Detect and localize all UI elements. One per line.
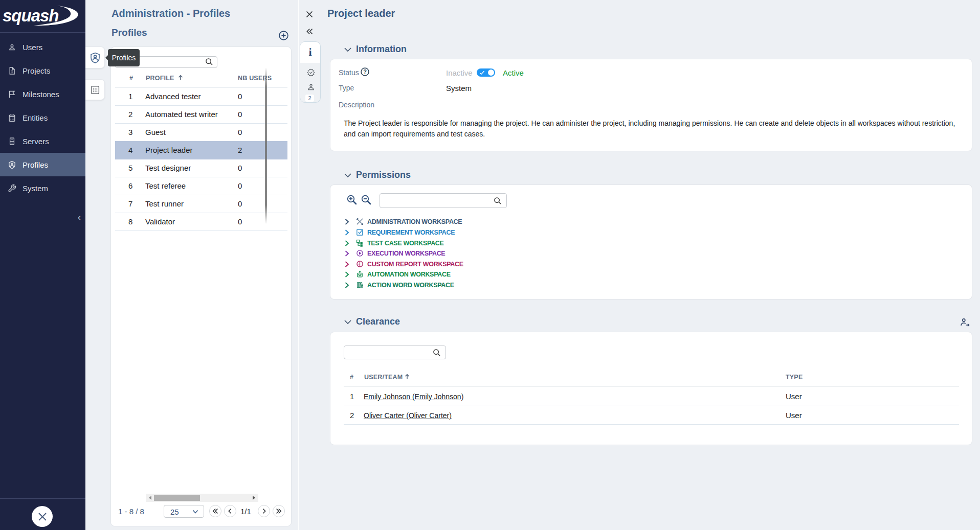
svg-text:squash: squash — [3, 6, 59, 25]
svg-text:?: ? — [363, 68, 367, 75]
